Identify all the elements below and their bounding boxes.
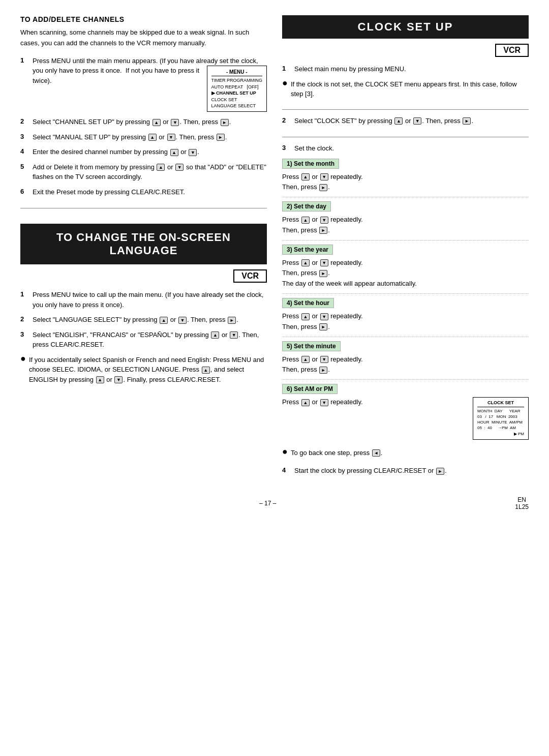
lang-step-3-content: Select "ENGLISH", "FRANCAIS" or "ESPAÑOL… [33, 330, 267, 350]
enter-btn6: ► [319, 227, 327, 234]
step-1-content: Press MENU until the main menu appears. … [33, 56, 267, 112]
left-column: TO ADD/DELETE CHANNELS When scanning, so… [20, 15, 267, 481]
down-btn4: ▼ [175, 164, 184, 171]
lang-step-3: 3 Select "ENGLISH", "FRANCAIS" or "ESPAÑ… [20, 330, 267, 350]
back-note-text: To go back one step, press ◄. [291, 448, 383, 458]
menu-item-4: CLOCK SET [211, 97, 263, 103]
clock-sub-3: 3) Set the year Press ▲ or ▼ repeatedly.… [282, 245, 529, 294]
add-delete-title: TO ADD/DELETE CHANNELS [20, 15, 267, 23]
up-btn2: ▲ [148, 134, 157, 141]
clock-sub-6: 6) Set AM or PM Press ▲ or ▼ repeatedly.… [282, 384, 529, 443]
down-btn10: ▼ [320, 217, 328, 224]
clock-step-4: 4 Start the clock by pressing CLEAR/C.RE… [282, 466, 529, 476]
right-column: CLOCK SET UP VCR 1 Select main menu by p… [282, 15, 529, 481]
clock-step-3: 3 Set the clock. [282, 143, 529, 154]
step-4-num: 4 [20, 147, 28, 155]
lang-step-1-num: 1 [20, 290, 28, 298]
clock-bullet-note: ● If the clock is not set, the CLOCK SET… [282, 79, 529, 99]
up-btn14: ▲ [301, 356, 310, 363]
clock-sub-6-text: Press ▲ or ▼ repeatedly. [282, 397, 468, 408]
clock-sub-4: 4) Set the hour Press ▲ or ▼ repeatedly.… [282, 298, 529, 337]
down-btn12: ▼ [320, 313, 328, 320]
step-5-num: 5 [20, 163, 28, 170]
vcr-wrapper-left: VCR [20, 269, 267, 286]
step-6: 6 Exit the Preset mode by pressing CLEAR… [20, 187, 267, 197]
language-note: ● If you accidentally select Spanish or … [20, 355, 267, 385]
step-1-block: 1 Press MENU until the main menu appears… [20, 56, 267, 112]
lang-step-2-num: 2 [20, 315, 28, 323]
language-note-text: If you accidentally select Spanish or Fr… [29, 355, 267, 385]
step-2-content: Select "CHANNEL SET UP" by pressing ▲ or… [33, 117, 267, 127]
down-btn9: ▼ [320, 173, 328, 180]
vcr-badge-right: VCR [495, 44, 529, 57]
lang-step-1-content: Press MENU twice to call up the main men… [33, 290, 267, 310]
down-btn2: ▼ [167, 134, 175, 141]
clock-sub-1-label: 1) Set the month [282, 159, 339, 169]
menu-item-3: CHANNEL SET UP [211, 90, 263, 97]
down-btn14: ▼ [320, 399, 328, 406]
clock-step-3-num: 3 [282, 144, 290, 152]
back-bullet-dot: ● [282, 447, 288, 458]
clock-step-2-num: 2 [282, 116, 290, 124]
up-btn12: ▲ [301, 259, 310, 266]
bullet-dot: ● [20, 354, 26, 385]
step-3-num: 3 [20, 133, 28, 140]
back-btn: ◄ [372, 449, 380, 457]
up-btn11: ▲ [301, 217, 310, 224]
clock-sub-5-label: 5) Set the minute [282, 341, 341, 351]
clock-step-2-content: Select "CLOCK SET" by pressing ▲ or ▼. T… [294, 116, 529, 126]
down-btn: ▼ [171, 119, 179, 126]
enter-btn2: ► [217, 134, 225, 141]
clock-sub-5: 5) Set the minute Press ▲ or ▼ repeatedl… [282, 341, 529, 380]
vcr-badge-left: VCR [233, 269, 267, 283]
up-btn5: ▲ [160, 317, 168, 324]
clock-step-4-content: Start the clock by pressing CLEAR/C.RESE… [294, 466, 529, 476]
clock-sub-6-body: Press ▲ or ▼ repeatedly. CLOCK SET MONTH… [282, 397, 529, 443]
page-container: TO ADD/DELETE CHANNELS When scanning, so… [20, 15, 529, 481]
clock-subsections: 1) Set the month Press ▲ or ▼ repeatedly… [282, 159, 529, 448]
down-btn3: ▼ [189, 149, 197, 156]
clock-display-row1-value: 03 / 17 MON 2003 [477, 414, 524, 419]
menu-item-1: TIMER PROGRAMMING [211, 77, 263, 84]
up-btn: ▲ [152, 119, 161, 126]
up-btn10: ▲ [301, 173, 310, 180]
clock-display-row2-value: 05 : 40 →PM AM [477, 425, 524, 431]
divider-1 [20, 208, 267, 208]
step-5-content: Add or Delete it from memory by pressing… [33, 162, 267, 182]
divider-3 [282, 137, 529, 137]
up-btn13: ▲ [301, 313, 310, 320]
vcr-wrapper-right: VCR [282, 44, 529, 60]
step-3: 3 Select "MANUAL SET UP" by pressing ▲ o… [20, 132, 267, 142]
clock-step-3-content: Set the clock. [294, 143, 529, 154]
menu-box: - MENU - TIMER PROGRAMMING AUTO REPEAT [… [207, 66, 267, 112]
down-btn6: ▼ [230, 331, 238, 339]
clock-sub-2: 2) Set the day Press ▲ or ▼ repeatedly. … [282, 201, 529, 240]
enter-btn3: ► [228, 317, 236, 324]
clock-sub-4-label: 4) Set the hour [282, 298, 334, 308]
footer-page-num: – 17 – [259, 500, 276, 507]
step-3-content: Select "MANUAL SET UP" by pressing ▲ or … [33, 132, 267, 142]
lang-step-2: 2 Select "LANGUAGE SELECT" by pressing ▲… [20, 315, 267, 325]
clock-sub-3-label: 3) Set the year [282, 245, 333, 255]
menu-item-5: LANGUAGE SELECT [211, 103, 263, 109]
enter-btn7: ► [319, 270, 327, 277]
lang-step-3-num: 3 [20, 330, 28, 338]
clock-sub-2-body: Press ▲ or ▼ repeatedly. Then, press ►. [282, 215, 529, 240]
footer-en: EN [517, 496, 526, 503]
clock-step-1-num: 1 [282, 65, 290, 72]
up-btn7: ▲ [202, 367, 210, 374]
step-1-num: 1 [20, 56, 28, 64]
up-btn8: ▲ [96, 376, 104, 383]
down-btn5: ▼ [178, 317, 187, 324]
footer-code: 1L25 [515, 503, 529, 510]
footer-right: EN 1L25 [515, 496, 529, 510]
clock-display-box: CLOCK SET MONTH DAY YEAR 03 / 17 MON 200… [473, 397, 529, 439]
up-btn9: ▲ [394, 117, 403, 125]
clock-sub-6-label: 6) Set AM or PM [282, 384, 338, 394]
language-section: TO CHANGE THE ON-SCREEN LANGUAGE VCR 1 P… [20, 215, 267, 388]
clock-step-2: 2 Select "CLOCK SET" by pressing ▲ or ▼.… [282, 116, 529, 126]
clock-bullet-text: If the clock is not set, the CLOCK SET m… [291, 79, 529, 99]
clock-step-4-num: 4 [282, 466, 290, 474]
down-btn7: ▼ [114, 376, 123, 383]
menu-item-2: AUTO REPEAT [OFF] [211, 84, 263, 90]
